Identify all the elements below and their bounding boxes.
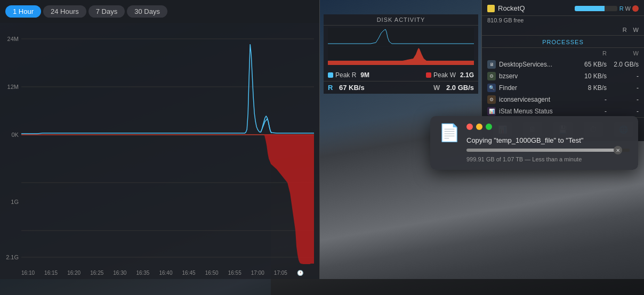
dialog-size-text: 999.91 GB of 1.07 TB — Less than a minut… xyxy=(466,156,630,162)
da-w-value: 2.0 GB/s xyxy=(446,84,474,92)
da-peak-w: Peak W 2.1G xyxy=(426,71,474,79)
read-line xyxy=(21,44,314,134)
disk-activity-mini-panel: DISK ACTIVITY Peak R 9M Peak W 2.1G R 67… xyxy=(324,14,478,94)
time-btn-30days[interactable]: 30 Days xyxy=(127,5,167,18)
x-label-11: 17:05 xyxy=(274,270,287,276)
proc-spacer xyxy=(487,50,569,56)
disk-bar-container: R W xyxy=(575,5,639,12)
processes-col-header: R W xyxy=(482,48,644,59)
y-label-21g: 2.1G xyxy=(6,254,19,260)
taskbar xyxy=(0,279,644,295)
peak-w-dot xyxy=(426,72,431,78)
x-label-8: 16:50 xyxy=(205,270,219,276)
proc-col-r: R xyxy=(569,50,607,56)
disk-panel: 1 Hour 24 Hours 7 Days 30 Days 24M 12M 0… xyxy=(0,0,320,279)
proc-col-w: W xyxy=(607,50,639,56)
traffic-red[interactable] xyxy=(466,124,473,130)
da-chart xyxy=(324,26,478,69)
da-r-label: R xyxy=(328,84,333,92)
processes-header: PROCESSES xyxy=(482,35,644,48)
proc-w-0: 2.0 GB/s xyxy=(607,61,639,68)
cancel-icon: ✕ xyxy=(616,148,620,153)
da-w-label: W xyxy=(433,84,440,92)
y-label-0k: 0K xyxy=(12,132,19,138)
da-chart-svg xyxy=(328,28,474,65)
clock-icon: 🕐 xyxy=(297,270,303,276)
disk-free-label: 810.9 GB free xyxy=(482,16,644,27)
rw-col-headers: R W xyxy=(482,27,644,35)
disk-icon xyxy=(487,5,495,12)
x-label-6: 16:40 xyxy=(159,270,172,276)
disk-name-label: RocketQ xyxy=(498,4,525,12)
x-label-9: 16:55 xyxy=(228,270,241,276)
x-label-5: 16:35 xyxy=(136,270,149,276)
proc-icon-1: ⚙ xyxy=(487,72,496,80)
disk-usage-bar xyxy=(575,6,617,11)
copy-dialog: 📄 Copying "temp_1000GB_file" to "Test" ✕… xyxy=(430,116,638,170)
peak-r-value: 9M xyxy=(360,71,369,79)
proc-name-1: bzserv xyxy=(499,72,569,80)
proc-w-4: - xyxy=(607,108,639,115)
read-spike xyxy=(261,116,271,133)
proc-icon-4: 📊 xyxy=(487,107,496,116)
time-btn-24hours[interactable]: 24 Hours xyxy=(43,5,86,18)
istat-header: RocketQ R W xyxy=(482,0,644,16)
proc-r-3: - xyxy=(569,96,607,103)
proc-r-4: - xyxy=(569,108,607,115)
proc-icon-2: 🔍 xyxy=(487,84,496,92)
da-rw-values: R 67 KB/s W 2.0 GB/s xyxy=(324,81,478,94)
peak-w-value: 2.1G xyxy=(460,71,474,79)
process-row-3: ⚙ iconservicesagent - - xyxy=(482,94,644,105)
peak-w-label: Peak W xyxy=(433,71,456,79)
x-label-0: 16:10 xyxy=(21,270,35,276)
x-axis-labels: 16:10 16:15 16:20 16:25 16:30 16:35 16:4… xyxy=(0,268,319,278)
dialog-body: Copying "temp_1000GB_file" to "Test" ✕ 9… xyxy=(466,124,630,162)
col-r: R xyxy=(623,27,627,33)
proc-r-1: 10 KB/s xyxy=(569,72,607,80)
da-r-group: R 67 KB/s xyxy=(328,84,365,92)
disk-chart-svg: 24M 12M 0K 1G 2.1G xyxy=(0,23,319,268)
file-icon: 📄 xyxy=(439,122,460,143)
x-label-1: 16:15 xyxy=(44,270,58,276)
x-label-4: 16:30 xyxy=(113,270,126,276)
proc-name-4: iStat Menus Status xyxy=(499,108,569,115)
time-btn-7days[interactable]: 7 Days xyxy=(88,5,125,18)
da-title: DISK ACTIVITY xyxy=(324,14,478,26)
process-row-1: ⚙ bzserv 10 KB/s - xyxy=(482,70,644,82)
traffic-yellow[interactable] xyxy=(476,124,482,130)
peak-r-label: Peak R xyxy=(335,71,356,79)
da-r-value: 67 KB/s xyxy=(339,84,365,92)
proc-w-1: - xyxy=(607,72,639,80)
write-area xyxy=(261,135,314,264)
peak-r-dot xyxy=(328,72,333,78)
rw-w-indicator: W xyxy=(625,5,631,12)
traffic-green[interactable] xyxy=(486,124,492,130)
process-row-4: 📊 iStat Menus Status - - xyxy=(482,105,644,117)
proc-r-0: 65 KB/s xyxy=(569,61,607,68)
proc-name-3: iconservicesagent xyxy=(499,96,569,103)
dialog-progress-bar xyxy=(466,149,630,152)
col-w: W xyxy=(633,27,639,33)
x-label-7: 16:45 xyxy=(182,270,196,276)
x-label-3: 16:25 xyxy=(90,270,103,276)
proc-name-0: DesktopServices... xyxy=(499,61,569,68)
da-peak-r: Peak R 9M xyxy=(328,71,369,79)
y-label-1g: 1G xyxy=(11,199,19,205)
istat-disk-name: RocketQ xyxy=(487,4,525,12)
proc-w-2: - xyxy=(607,84,639,92)
y-label-12m: 12M xyxy=(7,84,19,90)
process-row-2: 🔍 Finder 8 KB/s - xyxy=(482,82,644,94)
time-btn-1hour[interactable]: 1 Hour xyxy=(5,5,41,18)
disk-bar-fill xyxy=(575,6,605,11)
rw-r-indicator: R xyxy=(619,5,624,12)
proc-w-3: - xyxy=(607,96,639,103)
proc-name-2: Finder xyxy=(499,84,569,92)
process-row-0: 🖥 DesktopServices... 65 KB/s 2.0 GB/s xyxy=(482,59,644,70)
da-w-group: W 2.0 GB/s xyxy=(433,84,474,92)
dialog-cancel-btn[interactable]: ✕ xyxy=(614,146,622,154)
close-btn[interactable] xyxy=(632,5,639,12)
time-buttons-bar: 1 Hour 24 Hours 7 Days 30 Days xyxy=(0,0,319,23)
da-peak-row: Peak R 9M Peak W 2.1G xyxy=(324,69,478,81)
dialog-traffic-lights xyxy=(466,124,630,130)
dialog-title: Copying "temp_1000GB_file" to "Test" xyxy=(466,136,630,144)
